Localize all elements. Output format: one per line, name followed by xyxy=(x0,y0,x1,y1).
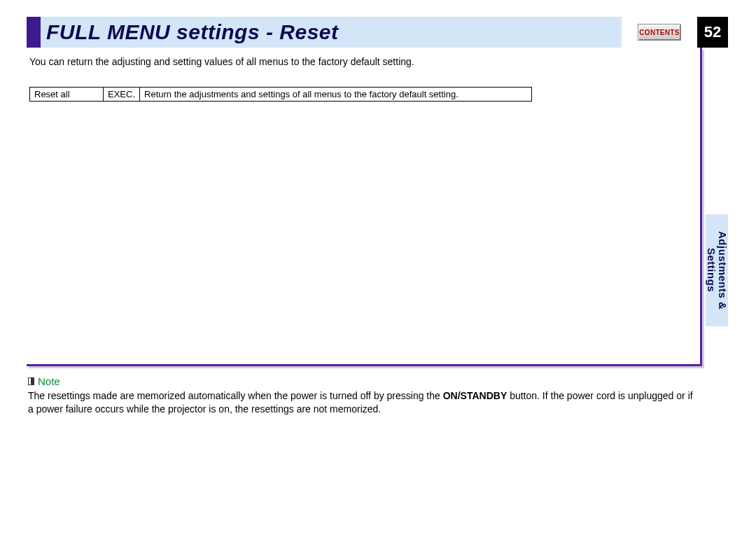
side-tab-label: Adjustments & Settings xyxy=(706,231,728,310)
note-bold: ON/STANDBY xyxy=(443,390,507,401)
page-number: 52 xyxy=(697,17,728,48)
note-section: Note The resettings made are memorized a… xyxy=(28,375,700,416)
note-body: The resettings made are memorized automa… xyxy=(28,389,700,416)
setting-action-cell: EXEC. xyxy=(104,88,140,102)
settings-table: Reset all EXEC. Return the adjustments a… xyxy=(29,87,532,102)
note-heading-text: Note xyxy=(38,375,60,387)
side-tab-line1: Adjustments & xyxy=(717,231,729,310)
side-tab-line2: Settings xyxy=(706,248,718,292)
section-side-tab: Adjustments & Settings xyxy=(706,214,728,326)
setting-description-cell: Return the adjustments and settings of a… xyxy=(140,88,532,102)
page-title: FULL MENU settings - Reset xyxy=(46,20,339,44)
manual-page: FULL MENU settings - Reset CONTENTS 52 Y… xyxy=(27,0,728,535)
note-heading: Note xyxy=(28,375,700,387)
note-icon xyxy=(28,377,34,385)
title-block: FULL MENU settings - Reset xyxy=(41,17,622,48)
note-text-before: The resettings made are memorized automa… xyxy=(28,390,443,401)
header-accent-strip xyxy=(27,17,41,48)
intro-text: You can return the adjusting and setting… xyxy=(29,56,700,67)
contents-button[interactable]: CONTENTS xyxy=(638,24,681,41)
table-row: Reset all EXEC. Return the adjustments a… xyxy=(30,88,532,102)
setting-name-cell: Reset all xyxy=(30,88,104,102)
content-well: You can return the adjusting and setting… xyxy=(27,48,702,366)
header-bar: FULL MENU settings - Reset CONTENTS 52 xyxy=(27,17,728,48)
